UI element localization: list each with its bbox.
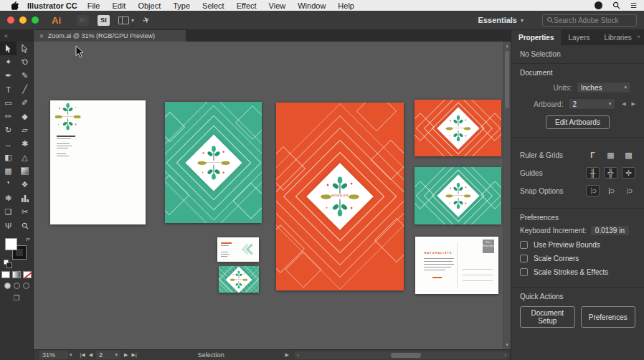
workspace-switcher[interactable]: Essentials: [478, 16, 517, 24]
change-screen-mode-icon[interactable]: ❐: [0, 294, 33, 302]
paintbrush-tool[interactable]: ✐: [16, 96, 33, 110]
artboard-dropdown[interactable]: 2 ▾: [568, 98, 615, 110]
default-fill-stroke-icon[interactable]: [4, 260, 9, 265]
tab-libraries[interactable]: Libraries: [597, 30, 638, 45]
rectangle-tool[interactable]: ▭: [0, 96, 16, 110]
menu-edit[interactable]: Edit: [112, 1, 126, 10]
menu-help[interactable]: Help: [338, 1, 354, 10]
draw-inside-button[interactable]: [23, 283, 29, 289]
transparency-grid-icon[interactable]: ▩: [622, 149, 635, 161]
share-icon[interactable]: ✈: [141, 14, 151, 27]
zoom-dropdown-icon[interactable]: ▾: [70, 352, 72, 358]
canvas[interactable]: NATURALISTS: [34, 42, 511, 349]
type-tool[interactable]: T: [0, 82, 16, 96]
horizontal-scroll-thumb[interactable]: [391, 353, 421, 358]
smart-guides-icon[interactable]: ✛: [622, 167, 635, 179]
scale-strokes-effects-checkbox[interactable]: [520, 268, 528, 276]
mesh-tool[interactable]: ▦: [0, 164, 16, 178]
shape-builder-tool[interactable]: ◧: [0, 151, 16, 164]
creative-cloud-icon[interactable]: [595, 1, 602, 9]
adobe-stock-search[interactable]: [542, 14, 637, 27]
arrange-documents-chevron-icon[interactable]: ▾: [131, 17, 134, 24]
last-artboard-icon[interactable]: ▶|: [132, 352, 137, 358]
scroll-right-icon[interactable]: ›: [504, 352, 506, 359]
menu-select[interactable]: Select: [202, 1, 224, 10]
status-indicator[interactable]: Selection: [137, 351, 285, 359]
next-artboard-arrow-icon[interactable]: ▶: [632, 101, 635, 107]
keyboard-increment-field[interactable]: 0.0139 in: [591, 226, 629, 235]
snap-to-pixel-icon[interactable]: ┆Ɔ: [622, 185, 635, 196]
show-guides-icon[interactable]: ╫: [586, 167, 600, 179]
menu-type[interactable]: Type: [173, 1, 190, 10]
scroll-left-icon[interactable]: ‹: [297, 352, 299, 359]
close-document-icon[interactable]: ×: [39, 32, 44, 40]
notification-center-icon[interactable]: ☰: [630, 1, 637, 9]
color-mode-button[interactable]: [1, 271, 10, 278]
column-graph-tool[interactable]: [16, 191, 33, 205]
rulers-icon[interactable]: Γ: [586, 149, 600, 161]
next-artboard-icon[interactable]: ▶: [124, 352, 128, 358]
zoom-window-button[interactable]: [32, 16, 39, 24]
menu-view[interactable]: View: [269, 1, 286, 10]
scale-tool[interactable]: ▱: [16, 123, 33, 137]
scale-corners-checkbox[interactable]: [520, 255, 528, 262]
rotate-tool[interactable]: ↻: [0, 123, 16, 137]
eyedropper-tool[interactable]: ❜: [0, 178, 16, 191]
draw-normal-button[interactable]: [4, 283, 11, 289]
artboard-number-box[interactable]: 2▾: [96, 351, 120, 359]
collapse-tools-icon[interactable]: «: [4, 32, 8, 39]
bridge-button[interactable]: Br: [77, 15, 89, 26]
direct-selection-tool[interactable]: [16, 42, 33, 55]
scroll-up-icon[interactable]: ▴: [503, 43, 511, 49]
scroll-down-icon[interactable]: ▾: [503, 342, 511, 348]
apple-menu-icon[interactable]: [11, 1, 19, 10]
panel-collapse-icon[interactable]: »: [637, 33, 640, 40]
document-setup-button[interactable]: Document Setup: [520, 306, 575, 328]
menu-effect[interactable]: Effect: [237, 1, 257, 10]
hand-tool[interactable]: Ψ: [0, 219, 16, 232]
grid-icon[interactable]: ▦: [604, 149, 617, 161]
close-window-button[interactable]: [7, 16, 14, 24]
vertical-scroll-thumb[interactable]: [505, 51, 509, 108]
lock-guides-icon[interactable]: ╬: [604, 167, 617, 179]
gradient-tool[interactable]: [16, 164, 33, 178]
tab-properties[interactable]: Properties: [511, 30, 561, 45]
zoom-level-box[interactable]: 31%: [39, 351, 68, 359]
draw-behind-button[interactable]: [14, 283, 20, 289]
gradient-mode-button[interactable]: [12, 271, 21, 278]
menu-object[interactable]: Object: [138, 1, 161, 10]
workspace-chevron-icon[interactable]: ▾: [521, 17, 524, 24]
document-tab[interactable]: × Zoom.ai @ 31% (RGB/GPU Preview): [34, 30, 186, 42]
units-dropdown[interactable]: Inches ▾: [577, 82, 631, 93]
snap-to-point-icon[interactable]: ┆Ɔ: [586, 185, 600, 196]
stock-button[interactable]: St: [98, 15, 110, 26]
pen-tool[interactable]: ✒: [0, 69, 16, 82]
selection-tool[interactable]: [0, 42, 16, 55]
previous-artboard-icon[interactable]: ◀: [89, 352, 93, 358]
edit-artboards-button[interactable]: Edit Artboards: [546, 115, 610, 129]
fill-swatch[interactable]: [5, 238, 17, 250]
tab-layers[interactable]: Layers: [561, 30, 597, 45]
menu-app-name[interactable]: Illustrator CC: [27, 1, 77, 10]
search-input[interactable]: [554, 16, 633, 24]
curvature-tool[interactable]: ✎: [16, 69, 33, 82]
blend-tool[interactable]: ❖: [16, 178, 33, 191]
puppet-warp-tool[interactable]: ✱: [16, 137, 33, 151]
line-segment-tool[interactable]: ╱: [16, 82, 33, 96]
eraser-tool[interactable]: ◆: [16, 110, 33, 123]
arrange-documents-icon[interactable]: [118, 16, 129, 24]
spotlight-search-icon[interactable]: [612, 1, 620, 9]
perspective-grid-tool[interactable]: △: [16, 151, 33, 164]
minimize-window-button[interactable]: [19, 16, 27, 24]
vertical-scrollbar[interactable]: ▴ ▾: [503, 42, 511, 349]
preferences-button[interactable]: Preferences: [581, 306, 636, 328]
horizontal-scrollbar[interactable]: ‹ ›: [294, 351, 509, 359]
pencil-tool[interactable]: ✏: [0, 110, 16, 123]
status-flyout-icon[interactable]: ▶: [285, 352, 289, 358]
swap-fill-stroke-icon[interactable]: ⇄: [26, 237, 30, 242]
magic-wand-tool[interactable]: ✦: [0, 55, 16, 69]
menu-window[interactable]: Window: [298, 1, 326, 10]
snap-to-grid-icon[interactable]: ┇Ɔ: [604, 185, 617, 196]
zoom-tool[interactable]: [16, 219, 33, 232]
previous-artboard-arrow-icon[interactable]: ◀: [622, 101, 625, 107]
